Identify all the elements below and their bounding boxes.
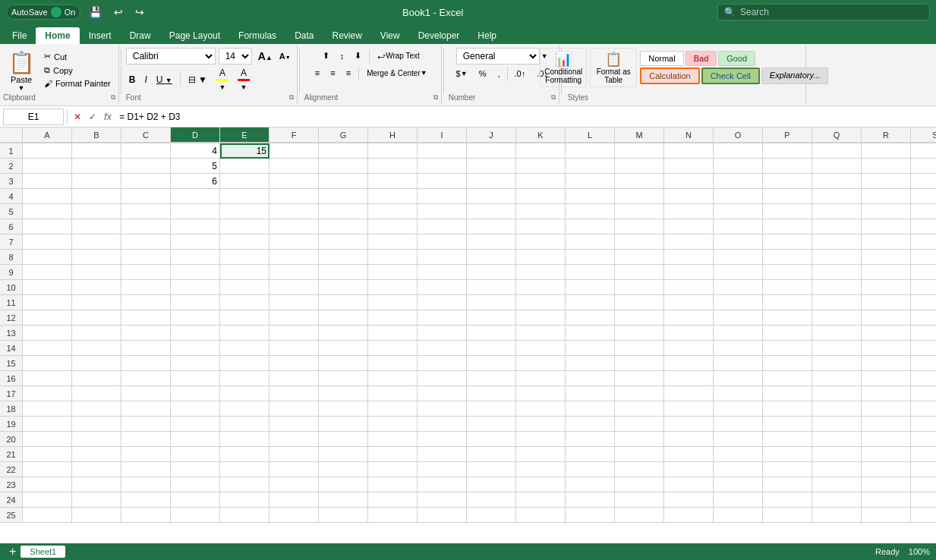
style-check-cell[interactable]: Check Cell [701,68,760,84]
cell-o23[interactable] [714,477,763,492]
cell-i2[interactable] [418,159,467,174]
cell-r24[interactable] [862,492,911,508]
cell-l4[interactable] [566,189,615,204]
cell-d25[interactable] [171,508,220,523]
cell-d2[interactable]: 5 [171,159,220,174]
cell-f14[interactable] [269,341,319,356]
cell-o19[interactable] [714,417,763,432]
cell-n11[interactable] [664,295,714,310]
cell-f6[interactable] [269,219,319,234]
row-header-6[interactable]: 6 [0,219,23,234]
cell-j12[interactable] [467,310,516,326]
cell-c12[interactable] [121,310,171,326]
align-right-button[interactable]: ≡ [342,65,355,80]
cell-g21[interactable] [319,447,368,462]
cell-r12[interactable] [862,310,911,326]
cell-c10[interactable] [121,280,171,295]
cell-k17[interactable] [516,386,566,401]
cell-m24[interactable] [615,492,664,508]
cell-l11[interactable] [566,295,615,310]
italic-button[interactable]: I [141,73,150,87]
align-top-button[interactable]: ⬆ [318,48,334,64]
cell-o10[interactable] [714,280,763,295]
cell-f9[interactable] [269,265,319,280]
cell-g5[interactable] [319,204,368,219]
cell-e24[interactable] [220,492,269,508]
cell-h1[interactable] [368,143,418,159]
cell-c17[interactable] [121,386,171,401]
cell-s12[interactable] [911,310,936,326]
font-size-select[interactable]: 14 [219,48,252,64]
cell-r13[interactable] [862,326,911,341]
cell-a8[interactable] [23,250,72,265]
cell-p20[interactable] [763,432,812,447]
cell-q25[interactable] [812,508,862,523]
cell-a6[interactable] [23,219,72,234]
cell-n8[interactable] [664,250,714,265]
cell-e7[interactable] [220,234,269,250]
cell-p13[interactable] [763,326,812,341]
cell-c18[interactable] [121,401,171,417]
cell-o11[interactable] [714,295,763,310]
cell-l19[interactable] [566,417,615,432]
tab-developer[interactable]: Developer [409,27,469,44]
cell-o22[interactable] [714,462,763,477]
cell-h13[interactable] [368,326,418,341]
tab-file[interactable]: File [3,27,36,44]
save-button[interactable]: 💾 [85,5,106,20]
cell-a16[interactable] [23,371,72,386]
cell-o8[interactable] [714,250,763,265]
cell-m11[interactable] [615,295,664,310]
cell-b11[interactable] [72,295,121,310]
cell-m17[interactable] [615,386,664,401]
cell-h2[interactable] [368,159,418,174]
cell-f20[interactable] [269,432,319,447]
cell-s3[interactable] [911,174,936,189]
cell-i24[interactable] [418,492,467,508]
cell-b16[interactable] [72,371,121,386]
cell-g13[interactable] [319,326,368,341]
cell-s14[interactable] [911,341,936,356]
cell-l10[interactable] [566,280,615,295]
cell-e21[interactable] [220,447,269,462]
cell-b18[interactable] [72,401,121,417]
cell-m8[interactable] [615,250,664,265]
cell-i19[interactable] [418,417,467,432]
cell-l14[interactable] [566,341,615,356]
cell-h16[interactable] [368,371,418,386]
cell-p17[interactable] [763,386,812,401]
cell-e25[interactable] [220,508,269,523]
cell-q1[interactable] [812,143,862,159]
col-header-a[interactable]: A [23,127,72,143]
cell-e9[interactable] [220,265,269,280]
underline-button[interactable]: U ▼ [153,73,175,87]
cell-q6[interactable] [812,219,862,234]
cell-c20[interactable] [121,432,171,447]
cell-h19[interactable] [368,417,418,432]
cell-d16[interactable] [171,371,220,386]
cell-c21[interactable] [121,447,171,462]
cell-b12[interactable] [72,310,121,326]
cell-e11[interactable] [220,295,269,310]
cell-n22[interactable] [664,462,714,477]
cell-p3[interactable] [763,174,812,189]
cell-j19[interactable] [467,417,516,432]
cell-i25[interactable] [418,508,467,523]
cell-m9[interactable] [615,265,664,280]
cell-s20[interactable] [911,432,936,447]
cell-q5[interactable] [812,204,862,219]
cell-j17[interactable] [467,386,516,401]
cell-o14[interactable] [714,341,763,356]
cell-k1[interactable] [516,143,566,159]
cell-i20[interactable] [418,432,467,447]
cell-d17[interactable] [171,386,220,401]
cell-m20[interactable] [615,432,664,447]
cell-s2[interactable] [911,159,936,174]
style-bad-cell[interactable]: Bad [685,51,717,66]
style-good-cell[interactable]: Good [718,51,755,66]
cell-a1[interactable] [23,143,72,159]
cell-g12[interactable] [319,310,368,326]
cell-s16[interactable] [911,371,936,386]
cell-b3[interactable] [72,174,121,189]
cell-n20[interactable] [664,432,714,447]
